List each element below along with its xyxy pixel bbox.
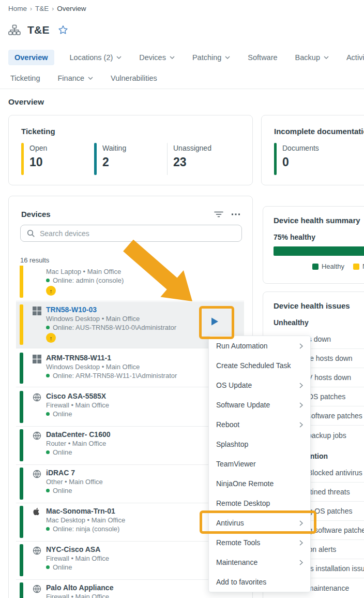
menu-item-teamviewer[interactable]: TeamViewer <box>209 454 310 474</box>
globe-icon <box>33 546 41 555</box>
tab-locations[interactable]: Locations (2) <box>68 50 124 65</box>
favorite-star-icon[interactable] <box>57 24 69 36</box>
search-input[interactable] <box>40 229 210 238</box>
stat-label: Documents <box>282 144 319 152</box>
chevron-right-icon <box>299 402 303 408</box>
chevron-right-icon <box>299 540 303 546</box>
organization-icon <box>8 24 21 36</box>
device-name[interactable]: iDRAC 7 <box>46 469 75 477</box>
tab-backup[interactable]: Backup <box>293 50 331 65</box>
documentation-stats: Documents 0 <box>274 143 364 175</box>
status-bar <box>20 506 23 538</box>
health-issues-title: Device health issues <box>274 301 364 310</box>
device-name[interactable]: Mac-Sonoma-Trn-01 <box>46 507 115 515</box>
breadcrumb-org[interactable]: T&E <box>35 5 49 12</box>
breadcrumb-separator: › <box>30 5 32 12</box>
tab-vulnerabilities[interactable]: Vulnerabilities <box>109 70 159 86</box>
device-meta: Router • Main Office <box>46 440 106 447</box>
globe-icon <box>33 585 41 593</box>
menu-item-splashtop[interactable]: Splashtop <box>209 434 310 454</box>
search-icon <box>27 229 35 238</box>
device-name[interactable]: Cisco ASA-5585X <box>46 392 106 400</box>
device-row[interactable]: Mac Laptop • Main Office Online: admin (… <box>16 266 244 301</box>
device-name[interactable]: DataCenter- C1600 <box>46 430 111 439</box>
health-summary-card: Device health summary 75% healthy Health… <box>263 206 364 284</box>
menu-item-os-update[interactable]: OS Update <box>209 375 310 395</box>
menu-item-reboot[interactable]: Reboot <box>209 415 310 434</box>
breadcrumb: Home › T&E › Overview <box>8 5 86 12</box>
chevron-down-icon <box>225 56 230 59</box>
globe-icon <box>33 393 41 402</box>
device-meta: Other • Main Office <box>46 478 103 486</box>
device-name-link[interactable]: TRN58-W10-03 <box>46 305 97 314</box>
device-meta: Mac Laptop • Main Office <box>46 268 121 275</box>
stat-label: Open <box>29 144 47 152</box>
ticketing-stats: Open 10 Waiting 2 Unassigned 23 <box>21 143 240 175</box>
stat-unassigned[interactable]: Unassigned 23 <box>167 143 240 175</box>
status-bar <box>20 266 23 298</box>
filter-icon[interactable] <box>214 211 223 218</box>
device-status: Online <box>46 487 72 494</box>
status-bar <box>20 468 23 500</box>
tab-overview[interactable]: Overview <box>8 50 54 65</box>
results-count: 16 results <box>20 256 49 264</box>
legend-needs-attention: Needs attention <box>353 262 364 270</box>
online-dot <box>46 326 50 329</box>
tab-software[interactable]: Software <box>246 50 279 65</box>
device-status: Online: admin (console) <box>46 276 124 284</box>
stat-open[interactable]: Open 10 <box>21 143 94 175</box>
device-status: Online: AUS-TRN58-W10-0\Administrator <box>46 324 176 331</box>
chevron-down-icon <box>116 56 122 59</box>
status-bar <box>20 391 23 423</box>
device-meta: Firewall • Main Office <box>46 401 109 409</box>
device-name[interactable]: ARM-TRN58-W11-1 <box>46 354 111 362</box>
issue-group-unhealthy: Unhealthy <box>274 318 364 327</box>
tab-devices[interactable]: Devices <box>137 50 177 65</box>
apple-icon <box>33 508 41 517</box>
chevron-down-icon <box>88 77 93 80</box>
legend-healthy: Healthy <box>312 262 344 270</box>
stat-documents[interactable]: Documents 0 <box>274 143 348 175</box>
devices-card-title: Devices <box>21 210 51 218</box>
menu-item-create-scheduled-task[interactable]: Create Scheduled Task <box>209 356 310 375</box>
annotation-box-antivirus <box>200 511 316 534</box>
more-options-icon[interactable] <box>232 213 240 215</box>
stat-waiting[interactable]: Waiting 2 <box>94 143 167 175</box>
breadcrumb-home[interactable]: Home <box>8 5 27 12</box>
menu-item-remote-tools[interactable]: Remote Tools <box>209 533 310 552</box>
device-status: Online <box>46 563 72 571</box>
stat-value: 0 <box>282 155 319 169</box>
online-dot <box>46 412 50 416</box>
device-status: Online: ninja (console) <box>46 525 119 533</box>
menu-item-maintenance[interactable]: Maintenance <box>209 552 310 572</box>
page-header: T&E <box>8 24 69 36</box>
ticketing-card: Ticketing Open 10 Waiting 2 Unassigned 2… <box>8 115 253 185</box>
online-dot <box>46 279 50 282</box>
organization-overview-page: Home › T&E › Overview T&E Overview Locat… <box>0 0 364 598</box>
health-legend: Healthy Needs attention <box>274 262 364 270</box>
menu-item-software-update[interactable]: Software Update <box>209 395 310 415</box>
page-title: T&E <box>27 24 50 36</box>
maintenance-badge-icon: ↑ <box>46 333 56 343</box>
device-status: Online: ARM-TRN58-W11-1\Administrator <box>46 372 177 380</box>
globe-icon <box>33 470 41 478</box>
documentation-card: Incomplete documentation Documents 0 <box>261 115 364 185</box>
stat-value: 2 <box>102 155 126 169</box>
device-meta: Windows Desktop • Main Office <box>46 315 140 323</box>
tab-activities[interactable]: Activities <box>344 50 364 65</box>
menu-item-add-to-favorites[interactable]: Add to favorites <box>209 572 310 592</box>
tab-finance[interactable]: Finance <box>55 70 95 86</box>
device-name[interactable]: NYC-Cisco ASA <box>46 545 100 553</box>
tab-bar-row2: Ticketing Finance Vulnerabilities <box>8 70 159 86</box>
stat-bar <box>21 143 24 175</box>
menu-item-ninjaone-remote[interactable]: NinjaOne Remote <box>209 474 310 493</box>
chevron-right-icon <box>299 560 303 565</box>
chevron-down-icon <box>170 56 175 59</box>
online-dot <box>46 527 50 531</box>
ticketing-card-title: Ticketing <box>21 127 240 136</box>
device-search[interactable] <box>20 225 242 242</box>
tab-ticketing[interactable]: Ticketing <box>8 70 42 86</box>
tab-patching[interactable]: Patching <box>190 50 232 65</box>
device-name[interactable]: Palo Alto Appliance <box>46 584 113 592</box>
breadcrumb-separator: › <box>52 5 54 12</box>
